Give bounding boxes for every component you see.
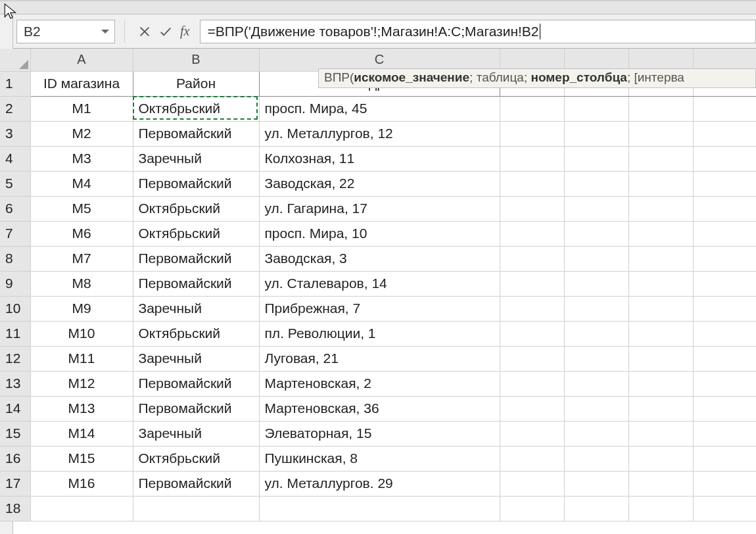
cell[interactable]	[564, 146, 628, 171]
cell[interactable]: M6	[30, 221, 133, 246]
cell[interactable]	[693, 196, 756, 221]
column-header[interactable]	[693, 49, 756, 71]
cell[interactable]: просп. Мира, 10	[259, 221, 500, 246]
row-header[interactable]: 5	[0, 171, 30, 196]
cell[interactable]	[500, 371, 564, 396]
cell[interactable]	[500, 146, 564, 171]
cell[interactable]	[564, 196, 628, 221]
cell[interactable]	[628, 121, 693, 146]
select-all-corner[interactable]	[0, 49, 30, 71]
row-header[interactable]: 16	[0, 446, 30, 471]
cell[interactable]: M12	[30, 371, 133, 396]
row-header[interactable]: 3	[0, 121, 30, 146]
cell[interactable]: M8	[30, 271, 133, 296]
cell[interactable]	[259, 496, 500, 521]
cell[interactable]: Первомайский	[133, 171, 259, 196]
cell[interactable]	[693, 471, 756, 496]
cell[interactable]: пл. Революции, 1	[259, 321, 500, 346]
cell[interactable]	[564, 321, 628, 346]
cell[interactable]	[693, 321, 756, 346]
cell[interactable]	[500, 421, 564, 446]
cell[interactable]	[564, 496, 628, 521]
cell[interactable]	[693, 496, 756, 521]
cell[interactable]: M1	[30, 96, 133, 121]
cell[interactable]: Элеваторная, 15	[259, 421, 500, 446]
enter-button[interactable]	[155, 20, 176, 43]
cell[interactable]: Заводская, 3	[259, 246, 500, 271]
cell[interactable]	[693, 271, 756, 296]
cell[interactable]	[500, 471, 564, 496]
cell[interactable]: Мартеновская, 2	[259, 371, 500, 396]
cell[interactable]	[628, 371, 693, 396]
column-header[interactable]: C	[259, 49, 500, 71]
cell[interactable]	[564, 371, 628, 396]
cell[interactable]: ID магазина	[30, 71, 133, 96]
row-header[interactable]: 1	[0, 71, 30, 96]
row-header[interactable]: 6	[0, 196, 30, 221]
cell[interactable]: M5	[30, 196, 133, 221]
cell[interactable]	[500, 296, 564, 321]
column-header[interactable]: A	[30, 49, 133, 71]
cell[interactable]: M11	[30, 346, 133, 371]
row-header[interactable]: 12	[0, 346, 30, 371]
cell[interactable]	[564, 121, 628, 146]
row-header[interactable]: 14	[0, 396, 30, 421]
cell[interactable]: ул. Гагарина, 17	[259, 196, 500, 221]
cell[interactable]	[628, 246, 693, 271]
cell[interactable]: M4	[30, 171, 133, 196]
row-header[interactable]: 10	[0, 296, 30, 321]
cell[interactable]	[30, 496, 133, 521]
cell[interactable]	[693, 396, 756, 421]
cell[interactable]	[628, 221, 693, 246]
cell[interactable]: Первомайский	[133, 371, 259, 396]
row-header[interactable]: 7	[0, 221, 30, 246]
cell[interactable]	[628, 496, 693, 521]
cell[interactable]	[500, 121, 564, 146]
cell[interactable]	[564, 296, 628, 321]
cell[interactable]: M15	[30, 446, 133, 471]
cell[interactable]: Заводская, 22	[259, 171, 500, 196]
fx-label[interactable]: fx	[180, 24, 189, 39]
cell[interactable]	[500, 196, 564, 221]
cell[interactable]	[500, 496, 564, 521]
cell[interactable]: M16	[30, 471, 133, 496]
formula-input[interactable]: =ВПР('Движение товаров'!;Магазин!A:C;Маг…	[200, 20, 756, 43]
cell[interactable]	[564, 171, 628, 196]
cell[interactable]: M3	[30, 146, 133, 171]
column-header[interactable]	[500, 49, 564, 71]
cell[interactable]: Заречный	[133, 346, 259, 371]
cell[interactable]: Октябрьский	[133, 96, 259, 121]
column-header[interactable]	[564, 49, 628, 71]
cell[interactable]	[500, 271, 564, 296]
cell[interactable]	[500, 396, 564, 421]
cell[interactable]: Первомайский	[133, 246, 259, 271]
cell[interactable]	[693, 246, 756, 271]
cell[interactable]: Октябрьский	[133, 196, 259, 221]
cell[interactable]	[564, 471, 628, 496]
row-header[interactable]: 9	[0, 271, 30, 296]
cell[interactable]	[628, 146, 693, 171]
cell[interactable]	[628, 396, 693, 421]
cell[interactable]: Первомайский	[133, 121, 259, 146]
cell[interactable]	[564, 221, 628, 246]
cancel-button[interactable]	[134, 20, 155, 43]
cell[interactable]: ул. Сталеваров, 14	[259, 271, 500, 296]
cell[interactable]	[693, 371, 756, 396]
row-header[interactable]: 8	[0, 246, 30, 271]
cell[interactable]: Октябрьский	[133, 321, 259, 346]
cell[interactable]	[628, 321, 693, 346]
cell[interactable]	[500, 321, 564, 346]
cell[interactable]: ул. Металлургов, 12	[259, 121, 500, 146]
row-header[interactable]: 13	[0, 371, 30, 396]
cell[interactable]: M13	[30, 396, 133, 421]
cell[interactable]	[564, 446, 628, 471]
row-header[interactable]: 4	[0, 146, 30, 171]
cell[interactable]: просп. Мира, 45	[259, 96, 500, 121]
cell[interactable]	[564, 246, 628, 271]
cell[interactable]	[500, 346, 564, 371]
cell[interactable]	[628, 96, 693, 121]
cell[interactable]: Заречный	[133, 296, 259, 321]
cell[interactable]	[628, 171, 693, 196]
cell[interactable]: Мартеновская, 36	[259, 396, 500, 421]
cell[interactable]	[693, 171, 756, 196]
